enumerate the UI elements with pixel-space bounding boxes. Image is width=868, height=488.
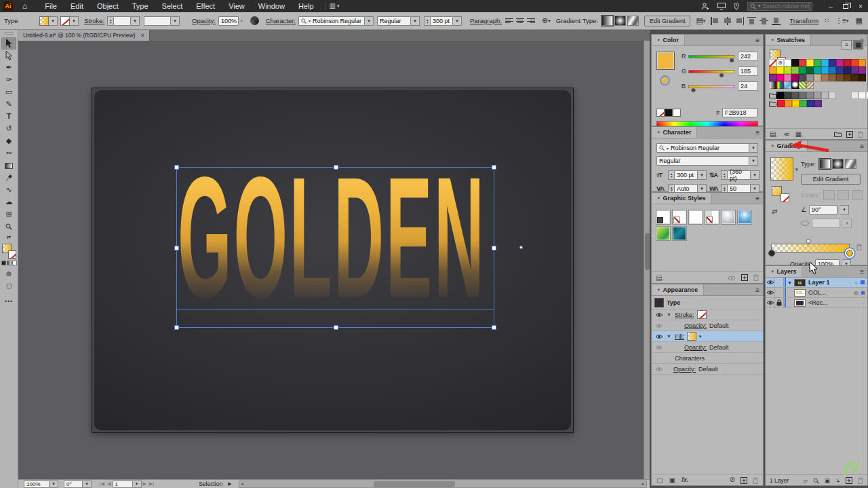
rotation-input[interactable]: 0° — [64, 481, 83, 488]
brush-definition-dropdown[interactable]: ▾ — [171, 16, 180, 26]
layer1-selection-chip[interactable] — [861, 280, 865, 284]
golden-target-icon[interactable]: ◎ — [854, 290, 859, 296]
align-left-icon[interactable] — [505, 18, 513, 24]
color-mode-button[interactable] — [1, 261, 6, 265]
swatch[interactable] — [784, 59, 791, 67]
leading-input[interactable]: (360 pt) — [727, 170, 751, 180]
swatch-none[interactable] — [769, 59, 776, 67]
gradient-angle-input[interactable]: 90° — [809, 205, 837, 214]
handle-middle-right[interactable] — [492, 246, 496, 250]
fill-opacity-row[interactable]: Opacity: Default — [652, 342, 763, 353]
gradient-fill-stroke-proxy[interactable] — [772, 186, 789, 202]
workspace-dots-icon[interactable]: ∷ — [825, 18, 829, 24]
layers-menu-icon[interactable]: ≡ — [860, 268, 864, 276]
blue-value-input[interactable]: 24 — [738, 81, 758, 91]
char-font-family-dropdown[interactable]: ▾ — [749, 143, 758, 153]
menu-item[interactable]: Object — [90, 1, 125, 11]
stroke-opacity-row[interactable]: Opacity: Default — [652, 320, 763, 331]
gradient-ramp-bar[interactable] — [771, 244, 850, 252]
green-slider[interactable] — [688, 70, 734, 73]
swatch[interactable] — [821, 59, 829, 67]
layers-panel-tab[interactable]: ⋄Layers — [766, 266, 802, 277]
fill-expand-chevron[interactable]: ▼ — [667, 334, 672, 339]
rectangle-tool[interactable]: ▭ — [1, 86, 16, 98]
blend-tool[interactable]: ∿ — [1, 184, 16, 196]
horizontal-align-right-icon[interactable] — [735, 17, 744, 25]
swatch[interactable] — [821, 74, 829, 81]
direct-selection-tool[interactable] — [1, 50, 16, 62]
panel-gradient-freeform-button[interactable] — [845, 159, 856, 169]
font-size-input[interactable]: 300 pt — [430, 16, 453, 26]
panel-gradient-radial-button[interactable] — [832, 159, 844, 169]
color-panel-menu-icon[interactable]: ≡ — [755, 37, 760, 44]
artboard-tool[interactable]: ⊞ — [1, 208, 16, 221]
golden-selection-chip[interactable] — [861, 291, 865, 295]
paragraph-link-label[interactable]: Paragraph: — [470, 17, 502, 24]
restore-button[interactable] — [838, 0, 853, 12]
swatch[interactable] — [829, 92, 836, 99]
type-opacity-label[interactable]: Opacity: — [673, 366, 696, 373]
stroke-expand-chevron[interactable]: ▼ — [667, 312, 672, 317]
swatch[interactable] — [859, 92, 866, 99]
edit-gradient-button[interactable]: Edit Gradient — [644, 16, 691, 26]
appearance-stroke-row[interactable]: ▼ Stroke: — [652, 309, 763, 320]
fill-visibility-eye-icon[interactable] — [654, 334, 664, 339]
close-button[interactable]: × — [853, 0, 868, 12]
character-panel-menu-icon[interactable]: ≡ — [755, 129, 760, 136]
zoom-tool[interactable] — [1, 221, 16, 233]
selection-tool[interactable] — [1, 37, 16, 50]
zoom-dropdown[interactable]: ▾ — [50, 481, 58, 488]
panel-edit-gradient-button[interactable]: Edit Gradient — [801, 174, 861, 185]
add-new-fill-icon[interactable]: ▣ — [669, 476, 675, 484]
swatch[interactable] — [784, 92, 791, 99]
style-no-fill[interactable] — [672, 210, 687, 225]
stroke-weight-input[interactable] — [113, 16, 131, 26]
align-center-icon[interactable] — [516, 18, 524, 24]
gradient-stop-end-selected[interactable] — [846, 250, 853, 257]
new-swatch-icon[interactable] — [846, 130, 853, 138]
horizontal-align-left-icon[interactable] — [711, 17, 719, 25]
edit-toolbar-ellipsis[interactable]: ••• — [5, 298, 13, 305]
none-mode-button[interactable] — [12, 261, 17, 265]
zoom-level-input[interactable]: 100% — [24, 481, 50, 488]
menu-item[interactable]: Help — [292, 1, 321, 11]
font-style-dropdown[interactable]: ▾ — [411, 16, 420, 26]
layer1-name[interactable]: Layer 1 — [808, 279, 830, 286]
width-tool[interactable]: ∾ — [1, 147, 16, 159]
menu-item[interactable]: View — [222, 1, 252, 11]
fill-dropdown[interactable]: ▾ — [49, 16, 58, 26]
menu-item[interactable]: Type — [125, 1, 155, 11]
screen-mode-icon[interactable]: ▢ — [1, 280, 16, 293]
gradient-linear-button[interactable] — [601, 16, 613, 26]
blue-slider[interactable] — [688, 85, 734, 88]
swatch[interactable] — [791, 92, 799, 99]
layer1-thumbnail[interactable]: ▮▮ — [794, 279, 806, 286]
home-icon[interactable]: ⌂ — [22, 2, 27, 10]
delete-stop-icon[interactable] — [856, 243, 862, 250]
handle-top-left[interactable] — [174, 165, 179, 170]
swatch[interactable] — [806, 92, 814, 99]
swatch[interactable] — [844, 67, 851, 74]
leading-stepper[interactable]: ▴▾ — [721, 170, 727, 180]
white-swatch[interactable] — [673, 109, 681, 117]
rotate-tool[interactable]: ↺ — [1, 123, 16, 135]
share-user-icon[interactable] — [701, 3, 709, 10]
font-family-input[interactable]: ▾Robinson Regular — [298, 16, 365, 26]
add-new-stroke-icon[interactable]: ▢ — [656, 476, 663, 484]
scroll-left-arrow[interactable]: ◂ — [239, 481, 245, 487]
clear-appearance-icon[interactable]: ⊘ — [730, 476, 735, 483]
appearance-menu-icon[interactable]: ≡ — [755, 286, 760, 294]
grid-view-toggle-icon[interactable]: ▦ — [853, 40, 863, 50]
workspace-switcher[interactable]: ▥▾ — [330, 3, 340, 10]
black-swatch[interactable] — [665, 109, 673, 117]
style-libraries-icon[interactable]: ▤. — [656, 274, 664, 282]
toolbar-grip[interactable] — [4, 32, 14, 35]
swatch[interactable] — [814, 74, 821, 81]
graphic-styles-menu-icon[interactable]: ≡ — [755, 195, 760, 202]
swatch[interactable] — [806, 74, 814, 81]
swatch[interactable] — [859, 59, 866, 67]
rectangle-layer-name[interactable]: <Rec... — [808, 299, 828, 306]
swatch[interactable] — [791, 74, 799, 81]
fill-stroke-proxies[interactable] — [1, 244, 16, 259]
swatch-gradient-bw[interactable] — [769, 81, 776, 89]
